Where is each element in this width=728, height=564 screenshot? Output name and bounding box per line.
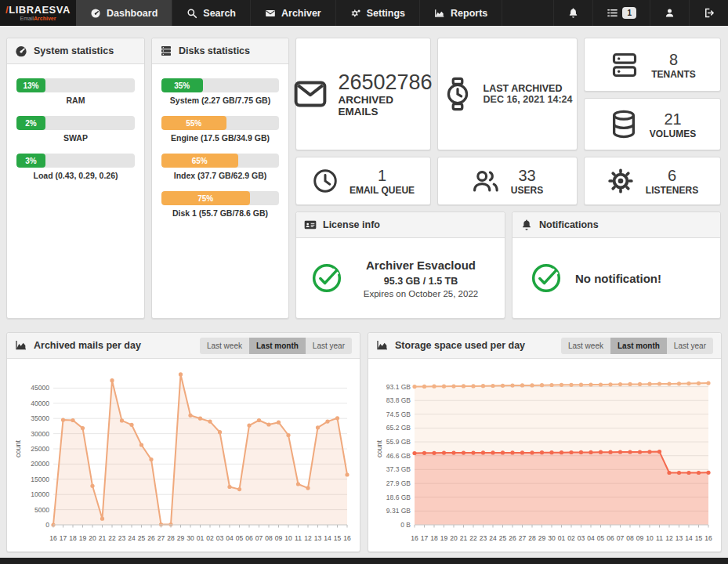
sign-out-icon	[703, 7, 715, 19]
svg-text:30000: 30000	[31, 430, 49, 438]
svg-text:18: 18	[430, 534, 438, 542]
svg-text:08: 08	[626, 534, 634, 542]
brand-subtitle: EmailArchiver	[20, 15, 56, 22]
dashboard-gauge-icon	[90, 8, 101, 19]
id-card-icon	[304, 219, 317, 231]
tasks-queue-button[interactable]: 1	[592, 0, 650, 26]
last-month-button[interactable]: Last month	[610, 338, 667, 354]
progress-track: 2%	[16, 116, 135, 130]
disk-engine-progress: 55% Engine (17.5 GB/34.9 GB)	[161, 116, 279, 143]
svg-text:14: 14	[324, 534, 331, 542]
last-week-button[interactable]: Last week	[200, 338, 249, 354]
svg-text:0: 0	[45, 521, 49, 529]
notifications-bell-button[interactable]	[553, 0, 592, 26]
progress-label: SWAP	[16, 133, 135, 143]
progress-fill: 3%	[16, 154, 45, 168]
notifications-header: Notifications	[512, 212, 720, 238]
svg-text:02: 02	[567, 534, 575, 542]
svg-text:15: 15	[334, 534, 342, 542]
nav-item-dashboard[interactable]: Dashboard	[76, 0, 172, 26]
svg-text:5000: 5000	[34, 506, 49, 514]
svg-text:20: 20	[450, 534, 458, 542]
svg-text:28: 28	[167, 534, 175, 542]
license-info-card: License info Archiver Esvacloud 95.3 GB …	[295, 212, 505, 319]
brand-name: /LIBRAESVA	[5, 5, 71, 15]
area-chart-icon	[376, 339, 389, 352]
svg-text:10: 10	[284, 534, 292, 542]
svg-text:65.2 GB: 65.2 GB	[386, 424, 411, 432]
svg-text:25: 25	[138, 534, 146, 542]
logout-button[interactable]	[689, 0, 728, 26]
svg-text:55.9 GB: 55.9 GB	[386, 438, 411, 446]
swap-progress: 2% SWAP	[16, 116, 135, 143]
last-month-button[interactable]: Last month	[249, 338, 306, 354]
svg-text:09: 09	[636, 534, 644, 542]
progress-fill: 65%	[161, 154, 238, 168]
last-year-button[interactable]: Last year	[667, 338, 713, 354]
brand-logo[interactable]: /LIBRAESVA EmailArchiver	[0, 0, 76, 26]
card-title: System statistics	[34, 45, 114, 56]
svg-text:14: 14	[685, 534, 693, 542]
svg-text:74.5 GB: 74.5 GB	[386, 410, 411, 418]
progress-label: Engine (17.5 GB/34.9 GB)	[161, 133, 279, 143]
users-card: 33 USERS	[437, 157, 578, 205]
progress-label: Index (37.7 GB/62.9 GB)	[161, 171, 279, 180]
progress-track: 65%	[161, 154, 279, 168]
volumes-card: 21 VOLUMES	[584, 98, 721, 150]
last-archived-label: LAST ARCHIVED	[484, 83, 573, 94]
last-year-button[interactable]: Last year	[306, 338, 352, 354]
user-account-button[interactable]	[650, 0, 689, 26]
check-circle-icon	[310, 262, 343, 295]
svg-text:29: 29	[538, 534, 546, 542]
svg-text:27: 27	[519, 534, 527, 542]
svg-text:21: 21	[460, 534, 468, 542]
tenants-servers-icon	[609, 51, 640, 79]
svg-text:26: 26	[509, 534, 516, 542]
svg-text:16: 16	[411, 534, 418, 542]
card-title: Disks statistics	[179, 45, 250, 56]
chart-icon	[434, 8, 445, 19]
svg-text:18: 18	[69, 534, 77, 542]
last-week-button[interactable]: Last week	[561, 338, 610, 354]
svg-text:21: 21	[99, 534, 107, 542]
svg-text:11: 11	[295, 534, 302, 542]
archived-emails-card: 26502786 ARCHIVED EMAILS	[295, 38, 431, 150]
svg-text:26: 26	[147, 534, 155, 542]
gauge-icon	[15, 45, 27, 57]
chart-title: Storage space used per day	[395, 340, 525, 351]
search-icon	[187, 8, 197, 19]
progress-track: 35%	[161, 78, 279, 92]
svg-text:30: 30	[187, 534, 194, 542]
nav-label: Search	[203, 8, 236, 19]
nav-item-reports[interactable]: Reports	[420, 0, 502, 26]
range-button-group: Last week Last month Last year	[561, 338, 713, 354]
svg-text:25: 25	[499, 534, 507, 542]
svg-text:18.6 GB: 18.6 GB	[386, 494, 411, 501]
ram-progress: 13% RAM	[16, 78, 135, 105]
card-title: License info	[323, 219, 380, 230]
svg-text:19: 19	[440, 534, 448, 542]
nav-item-search[interactable]: Search	[172, 0, 251, 26]
disks-statistics-card: Disks statistics 35% System (2.27 GB/7.7…	[151, 38, 289, 319]
load-progress: 3% Load (0.43, 0.29, 0.26)	[16, 154, 135, 180]
svg-text:0 B: 0 B	[400, 521, 411, 529]
svg-text:03: 03	[578, 534, 585, 542]
nav-item-archiver[interactable]: Archiver	[251, 0, 336, 26]
disk-index-progress: 65% Index (37.7 GB/62.9 GB)	[161, 154, 279, 180]
last-archived-value: DEC 16, 2021 14:24	[484, 94, 573, 105]
svg-text:11: 11	[656, 534, 663, 542]
svg-text:19: 19	[79, 534, 87, 542]
progress-fill: 75%	[161, 191, 250, 205]
nav-item-settings[interactable]: Settings	[336, 0, 420, 26]
svg-text:35000: 35000	[31, 414, 49, 422]
svg-text:23: 23	[480, 534, 487, 542]
email-queue-label: EMAIL QUEUE	[350, 185, 415, 196]
nav-label: Archiver	[281, 8, 321, 19]
progress-fill: 35%	[161, 78, 203, 92]
user-icon	[664, 7, 675, 19]
progress-track: 13%	[16, 78, 135, 92]
svg-text:30: 30	[548, 534, 556, 542]
archived-emails-count: 26502786	[338, 70, 432, 94]
progress-track: 3%	[16, 154, 135, 168]
disk-system-progress: 35% System (2.27 GB/7.75 GB)	[161, 78, 279, 105]
